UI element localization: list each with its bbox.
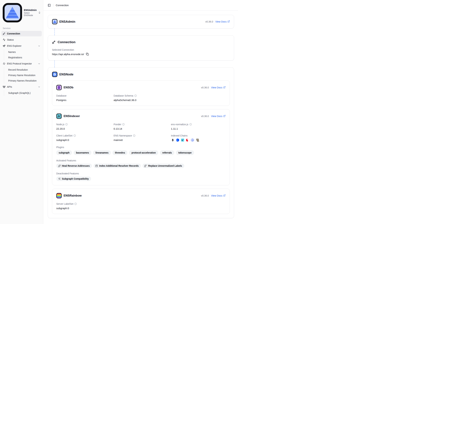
- ens-protocol-inspector-sublist: Record Resolution Primary Name Resolutio…: [4, 67, 42, 83]
- app-subtitle: Select ENSNode: [24, 12, 37, 17]
- chevrons-up-down-icon: [38, 11, 41, 14]
- topbar-separator: [53, 4, 53, 7]
- field-ens-namespace: ENS Namespace mainnet: [113, 134, 168, 142]
- feature-badge-label: Index Additional Resolver Records: [99, 164, 139, 167]
- graph-icon: [58, 178, 61, 180]
- sidebar-item-ens-protocol-inspector[interactable]: ENS Protocol Inspector: [1, 61, 42, 66]
- ensindexer-logo-icon: [56, 114, 62, 119]
- field-value-text: subgraph:0: [56, 207, 226, 210]
- view-docs-label: View Docs: [211, 194, 222, 197]
- plugin-badge: subgraph: [56, 150, 72, 155]
- topbar: Connection: [43, 0, 238, 11]
- sidebar-item-label: Subgraph (GraphQL): [8, 92, 31, 94]
- plugin-badge: lineanames: [93, 150, 111, 155]
- plugin-badge: tokenscope: [176, 150, 194, 155]
- sidebar-item-status[interactable]: Status: [1, 37, 42, 42]
- version-label: v0.36.0: [205, 20, 213, 23]
- field-value-text: 1.11.1: [171, 127, 226, 130]
- field-label-text: Server LabelSet: [56, 202, 73, 205]
- feature-badge-index-additional-resolver-records: Index Additional Resolver Records: [94, 164, 141, 168]
- field-label-text: Node.js: [56, 123, 64, 126]
- plugins-label: Plugins: [56, 146, 226, 149]
- copy-icon[interactable]: [86, 53, 89, 56]
- sidebar-item-subgraph-graphql[interactable]: Subgraph (GraphQL): [7, 90, 42, 96]
- chevron-down-icon: [38, 63, 40, 65]
- activated-features-label: Activated Features: [56, 159, 226, 162]
- selected-connection-label: Selected Connection: [52, 48, 230, 51]
- info-icon[interactable]: [189, 123, 192, 126]
- main-area: Connection ENSAdmin v0.36.0: [43, 0, 238, 224]
- deactivated-features-section: Deactivated Features Subgraph Compatibil…: [56, 172, 226, 181]
- plugins-section: Plugins subgraph basenames lineanames th…: [56, 146, 226, 155]
- card-title: ENSAdmin: [59, 20, 75, 23]
- field-value-text: 0.13.14: [113, 127, 168, 130]
- plugin-badge: threedns: [113, 150, 127, 155]
- sidebar-item-label: Primary Names Resolution: [8, 79, 37, 82]
- sidebar-nav: Connection Status ENS Explorer Names Reg…: [1, 31, 42, 96]
- field-client-labelset: Client LabelSet subgraph:0: [56, 134, 111, 142]
- view-docs-link[interactable]: View Docs: [215, 20, 230, 23]
- ensadmin-card: ENSAdmin v0.36.0 View Docs: [48, 15, 234, 29]
- ensrainbow-logo-icon: [56, 193, 62, 198]
- arbitrum-chain-icon: [191, 138, 194, 142]
- ensadmin-card-logo-icon: [52, 19, 57, 24]
- optimism-chain-icon: [186, 138, 189, 142]
- ens-explorer-sublist: Names Registrations: [4, 49, 42, 60]
- info-icon[interactable]: [65, 123, 68, 126]
- ensnode-selector[interactable]: ENSAdmin Select ENSNode: [1, 1, 42, 24]
- sidebar-item-label: APIs: [7, 86, 12, 88]
- sidebar-item-connection[interactable]: Connection: [1, 31, 42, 36]
- info-icon[interactable]: [74, 203, 77, 205]
- ensindexer-card: ENSIndexer v0.36.0 View Docs Node.js: [52, 109, 230, 185]
- chevron-down-icon: [38, 86, 40, 88]
- sidebar-item-apis[interactable]: APIs: [1, 84, 42, 90]
- view-docs-link[interactable]: View Docs: [211, 115, 226, 118]
- feature-badge-heal-reverse-addresses: Heal Reverse Addresses: [56, 164, 92, 168]
- feature-badge-label: Replace Unnormalized Labels: [148, 164, 182, 167]
- linea-chain-icon: [181, 138, 184, 142]
- external-link-icon: [223, 86, 226, 89]
- ensadmin-logo-icon: [2, 3, 22, 23]
- plugin-badge: basenames: [74, 150, 91, 155]
- field-indexed-chains: Indexed Chains: [171, 134, 226, 142]
- sidebar-item-primary-names-resolution[interactable]: Primary Names Resolution: [7, 78, 42, 83]
- sidebar-toggle-button[interactable]: [48, 4, 51, 7]
- info-icon[interactable]: [134, 95, 137, 97]
- field-label-text: Database Schema: [113, 94, 133, 97]
- database-plus-icon: [96, 165, 98, 167]
- sidebar-item-label: Registrations: [8, 56, 22, 59]
- feature-badge-replace-unnormalized-labels: Replace Unnormalized Labels: [142, 164, 184, 168]
- pill-icon: [58, 165, 61, 167]
- view-docs-link[interactable]: View Docs: [211, 194, 226, 197]
- deactivated-features-label: Deactivated Features: [56, 172, 226, 175]
- field-ponder: Ponder 0.13.14: [113, 123, 168, 130]
- field-value-text: subgraph:0: [56, 138, 111, 141]
- info-icon[interactable]: [74, 134, 76, 137]
- info-icon[interactable]: [133, 134, 135, 137]
- field-label-text: Ponder: [113, 123, 121, 126]
- sidebar-item-primary-name-resolution[interactable]: Primary Name Resolution: [7, 73, 42, 78]
- card-title: Connection: [58, 40, 75, 44]
- connection-card: Connection Selected Connection https://a…: [48, 35, 234, 61]
- card-title: ENSDb: [64, 86, 74, 89]
- field-label-text: Database: [56, 94, 67, 97]
- version-label: v0.36.0: [201, 115, 209, 118]
- field-value-text: alphaSchema0.36.0: [113, 99, 168, 102]
- sidebar-item-registrations[interactable]: Registrations: [7, 55, 42, 60]
- info-icon[interactable]: [122, 123, 125, 126]
- sidebar-item-ens-explorer[interactable]: ENS Explorer: [1, 43, 42, 49]
- sidebar-group-label: Services: [1, 27, 42, 29]
- external-link-icon: [227, 20, 230, 23]
- view-docs-label: View Docs: [215, 20, 227, 23]
- ensnode-logo-icon: [52, 72, 57, 77]
- apis-sublist: Subgraph (GraphQL): [4, 90, 42, 96]
- external-link-icon: [223, 194, 226, 197]
- sidebar-item-record-resolution[interactable]: Record Resolution: [7, 67, 42, 73]
- connection-url: https://api.alpha.ensnode.io/: [52, 53, 84, 56]
- field-label-text: ENS Namespace: [113, 134, 132, 137]
- sidebar-item-names[interactable]: Names: [7, 49, 42, 55]
- sidebar-item-label: Primary Name Resolution: [8, 74, 35, 77]
- card-title: ENSRainbow: [64, 194, 82, 197]
- view-docs-link[interactable]: View Docs: [211, 86, 226, 89]
- activated-features-section: Activated Features Heal Reverse Addresse…: [56, 159, 226, 168]
